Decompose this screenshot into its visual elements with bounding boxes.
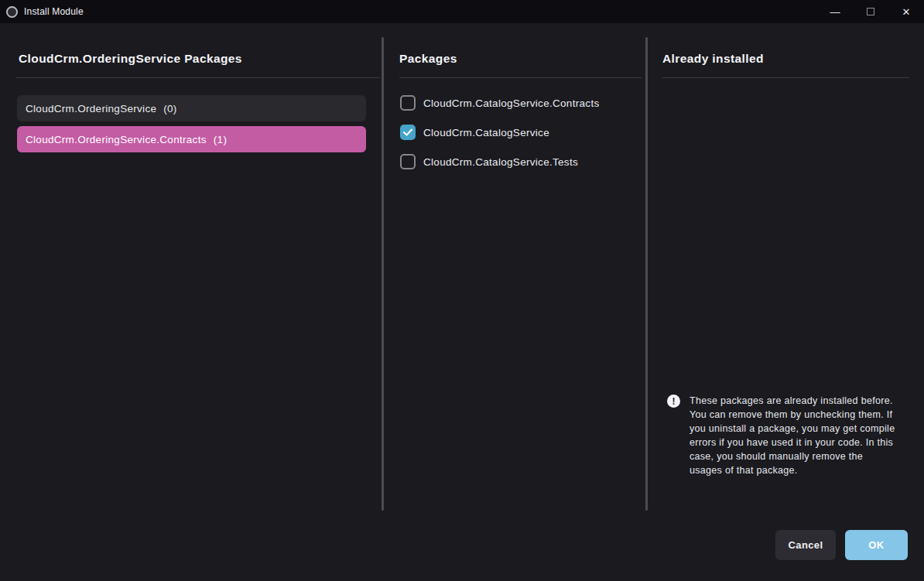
installed-panel-header: Already installed	[662, 52, 764, 66]
left-panel-header: CloudCrm.OrderingService Packages	[19, 52, 242, 66]
module-count: (1)	[214, 134, 227, 145]
packages-panel-header: Packages	[399, 52, 457, 66]
info-icon: !	[667, 395, 680, 408]
installed-note-text: These packages are already installed bef…	[690, 394, 896, 477]
window-controls: — ✕	[817, 0, 924, 23]
maximize-button[interactable]	[853, 0, 888, 23]
app-icon	[6, 6, 18, 18]
left-panel-divider	[15, 77, 380, 78]
ok-button[interactable]: OK	[845, 530, 908, 560]
checkbox[interactable]	[400, 95, 416, 111]
package-row[interactable]: CloudCrm.CatalogService.Contracts	[400, 94, 599, 112]
cancel-button[interactable]: Cancel	[775, 530, 836, 560]
package-row[interactable]: CloudCrm.CatalogService.Tests	[400, 152, 578, 171]
packages-panel-divider	[399, 77, 642, 78]
module-list-item[interactable]: CloudCrm.OrderingService.Contracts (1)	[17, 126, 366, 152]
install-module-window: Install Module — ✕ CloudCrm.OrderingServ…	[0, 0, 924, 581]
module-name: CloudCrm.OrderingService	[26, 103, 156, 114]
package-label: CloudCrm.CatalogService.Tests	[423, 156, 578, 168]
maximize-icon	[867, 8, 874, 15]
check-icon	[403, 128, 412, 136]
package-label: CloudCrm.CatalogService	[423, 127, 549, 138]
close-button[interactable]: ✕	[888, 0, 924, 23]
package-label: CloudCrm.CatalogService.Contracts	[423, 97, 599, 109]
titlebar-left: Install Module	[0, 6, 84, 18]
installed-panel-divider	[662, 77, 909, 78]
minimize-button[interactable]: —	[817, 0, 853, 23]
vertical-divider-right	[645, 37, 648, 511]
module-name: CloudCrm.OrderingService.Contracts	[26, 134, 207, 145]
checkbox[interactable]	[400, 154, 416, 169]
checkbox[interactable]	[400, 125, 416, 140]
package-row[interactable]: CloudCrm.CatalogService	[400, 123, 549, 142]
module-list-item[interactable]: CloudCrm.OrderingService (0)	[17, 95, 366, 121]
installed-note: ! These packages are already installed b…	[667, 394, 896, 477]
titlebar: Install Module — ✕	[0, 0, 924, 23]
module-count: (0)	[163, 103, 176, 114]
window-title: Install Module	[24, 6, 84, 17]
vertical-divider-left	[382, 37, 384, 511]
